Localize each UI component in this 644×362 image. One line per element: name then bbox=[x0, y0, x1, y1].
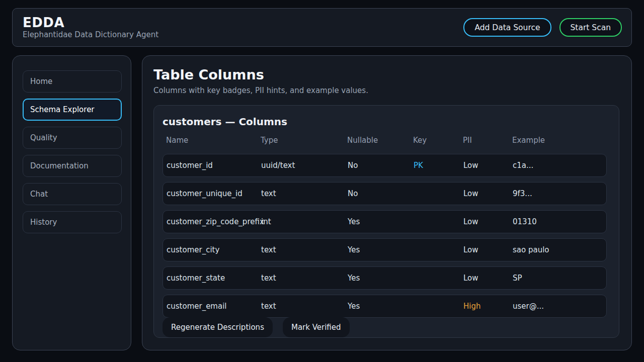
sidebar-item-quality[interactable]: Quality bbox=[23, 127, 122, 149]
cell-type: text bbox=[261, 274, 348, 283]
sidebar-item-home[interactable]: Home bbox=[23, 70, 122, 93]
cell-name: customer_id bbox=[167, 161, 261, 170]
cell-name: customer_zip_code_prefix bbox=[167, 217, 261, 226]
cell-type: text bbox=[261, 189, 348, 198]
cell-type: text bbox=[261, 245, 348, 254]
cell-pii: Low bbox=[463, 245, 513, 254]
table-row[interactable]: customer_email text Yes High user@... bbox=[163, 295, 607, 318]
table-row[interactable]: customer_id uuid/text No PK Low c1a... bbox=[163, 154, 607, 177]
mark-verified-button[interactable]: Mark Verified bbox=[283, 317, 350, 337]
cell-nullable: Yes bbox=[348, 217, 414, 226]
column-header-name: Name bbox=[166, 136, 261, 145]
cell-name: customer_state bbox=[167, 274, 261, 283]
pii-high-badge: High bbox=[463, 302, 513, 311]
app-header: EDDA Elephantidae Data Dictionary Agent … bbox=[12, 8, 632, 47]
cell-nullable: Yes bbox=[348, 274, 414, 283]
sidebar: Home Schema Explorer Quality Documentati… bbox=[12, 55, 131, 350]
cell-pii: Low bbox=[463, 189, 513, 198]
columns-card: customers — Columns Name Type Nullable K… bbox=[153, 105, 619, 338]
cell-name: customer_email bbox=[167, 302, 261, 311]
cell-example: 9f3... bbox=[513, 189, 606, 198]
table-row[interactable]: customer_city text Yes Low sao paulo bbox=[163, 238, 607, 261]
page-subtitle: Columns with key badges, PII hints, and … bbox=[153, 86, 619, 95]
cell-nullable: No bbox=[348, 189, 414, 198]
cell-nullable: No bbox=[348, 161, 414, 170]
column-header-example: Example bbox=[512, 136, 607, 145]
app-subtitle: Elephantidae Data Dictionary Agent bbox=[23, 30, 158, 39]
cell-example: c1a... bbox=[513, 161, 606, 170]
add-data-source-button[interactable]: Add Data Source bbox=[463, 18, 551, 37]
cell-type: uuid/text bbox=[261, 161, 348, 170]
cell-nullable: Yes bbox=[348, 302, 414, 311]
sidebar-item-schema-explorer[interactable]: Schema Explorer bbox=[23, 99, 122, 121]
cell-nullable: Yes bbox=[348, 245, 414, 254]
start-scan-button[interactable]: Start Scan bbox=[559, 18, 622, 37]
page-title: Table Columns bbox=[153, 67, 619, 83]
sidebar-item-chat[interactable]: Chat bbox=[23, 183, 122, 205]
cell-example: SP bbox=[513, 274, 606, 283]
cell-name: customer_city bbox=[167, 245, 261, 254]
card-actions: Regenerate Descriptions Mark Verified bbox=[163, 317, 607, 337]
cell-type: int bbox=[261, 217, 348, 226]
column-header-key: Key bbox=[413, 136, 463, 145]
main-panel: Table Columns Columns with key badges, P… bbox=[142, 55, 632, 350]
table-row[interactable]: customer_state text Yes Low SP bbox=[163, 266, 607, 290]
cell-example: user@... bbox=[513, 302, 606, 311]
cell-pii: Low bbox=[463, 217, 513, 226]
column-header-pii: PII bbox=[463, 136, 512, 145]
cell-name: customer_unique_id bbox=[167, 189, 261, 198]
cell-example: 01310 bbox=[513, 217, 606, 226]
brand: EDDA Elephantidae Data Dictionary Agent bbox=[23, 16, 158, 40]
column-header-type: Type bbox=[261, 136, 347, 145]
cell-type: text bbox=[261, 302, 348, 311]
table-header: Name Type Nullable Key PII Example bbox=[163, 136, 607, 145]
card-title: customers — Columns bbox=[163, 116, 607, 128]
sidebar-item-documentation[interactable]: Documentation bbox=[23, 155, 122, 177]
regenerate-descriptions-button[interactable]: Regenerate Descriptions bbox=[163, 317, 273, 337]
cell-pii: Low bbox=[463, 161, 513, 170]
cell-example: sao paulo bbox=[513, 245, 606, 254]
cell-pii: Low bbox=[463, 274, 513, 283]
header-actions: Add Data Source Start Scan bbox=[463, 18, 622, 37]
app-title: EDDA bbox=[23, 16, 158, 31]
table-row[interactable]: customer_zip_code_prefix int Yes Low 013… bbox=[163, 210, 607, 233]
sidebar-item-history[interactable]: History bbox=[23, 211, 122, 233]
column-header-nullable: Nullable bbox=[347, 136, 413, 145]
key-badge: PK bbox=[414, 161, 463, 170]
table-row[interactable]: customer_unique_id text No Low 9f3... bbox=[163, 182, 607, 205]
